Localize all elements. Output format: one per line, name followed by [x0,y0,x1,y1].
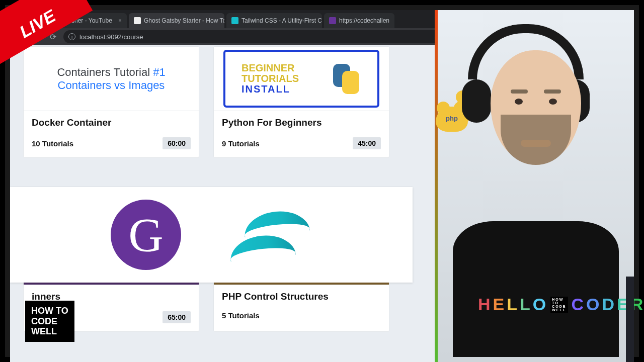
course-card-python[interactable]: BEGINNER TUTORIALS INSTALL Python For Be… [213,46,389,158]
favicon-gatsby-icon [329,17,336,24]
logo-overlay-strip: G [10,187,413,283]
video-frame: LIVE …sher - YouTube × Ghost Gatsby Star… [0,0,644,362]
shirt-mini-badge: HOW TOCODEWELL [550,297,568,313]
tutorial-count: 9 Tutorials [222,139,260,148]
presenter-torso [453,221,619,357]
favicon-tailwind-icon [231,17,238,24]
tab-label: Tailwind CSS - A Utility-First C [242,17,322,24]
webcam-panel: php php HELLO HOW TOCODEWELL CODERS [438,10,634,362]
stream-chat-sliver [626,277,634,362]
site-info-icon[interactable]: i [68,33,75,40]
browser-tab-gatsby-starter[interactable]: Ghost Gatsby Starter - How To × [129,13,224,28]
browser-tab-codechallenge[interactable]: https://codechallen [324,13,394,28]
duration-badge: 60:00 [163,137,191,149]
browser-tab-tailwind[interactable]: Tailwind CSS - A Utility-First C × [226,13,322,28]
gatsby-logo-icon: G [111,200,181,270]
shirt-text: HELLO HOW TOCODEWELL CODERS [478,295,644,314]
thumb-text: BEGINNER TUTORIALS INSTALL [242,63,299,95]
duration-badge: 65:00 [163,311,191,323]
tailwind-logo-icon [226,210,312,260]
panel-divider [435,10,438,362]
python-logo-icon [331,64,361,94]
course-grid: Containers Tutorial #1 Containers vs Ima… [23,46,435,158]
url-text: localhost:9092/course [79,33,143,41]
course-title: Python For Beginners [222,117,381,128]
tab-label: https://codechallen [339,17,389,24]
favicon-ghost-icon [134,17,141,24]
presenter-avatar [458,25,614,236]
course-title: Docker Container [32,117,191,128]
tutorial-count: 5 Tutorials [222,311,260,320]
duration-badge: 45:00 [353,137,381,149]
tutorial-count: 10 Tutorials [32,139,73,148]
course-thumbnail: Containers Tutorial #1 Containers vs Ima… [24,47,199,111]
course-card-docker[interactable]: Containers Tutorial #1 Containers vs Ima… [23,46,199,158]
tab-label: Ghost Gatsby Starter - How To [144,17,224,24]
thumb-text: Containers Tutorial #1 Containers vs Ima… [57,66,165,92]
how-to-code-well-badge: HOW TO CODE WELL [25,301,74,342]
url-bar[interactable]: i localhost:9092/course [63,30,443,43]
browser-toolbar: ← → ⟳ i localhost:9092/course [10,28,448,45]
course-thumbnail: BEGINNER TUTORIALS INSTALL [214,47,389,111]
browser-window: …sher - YouTube × Ghost Gatsby Starter -… [10,10,448,362]
course-title: PHP Control Structures [222,291,381,302]
close-icon[interactable]: × [118,17,122,24]
